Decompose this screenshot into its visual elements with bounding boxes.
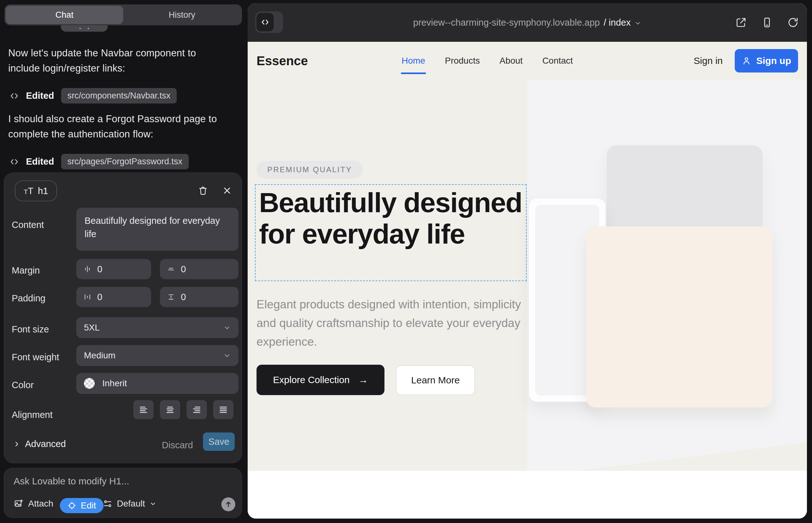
edited-file-row[interactable]: Edited src/pages/ForgotPassword.tsx <box>10 154 189 169</box>
code-icon <box>10 157 19 166</box>
chevron-right-icon <box>13 440 21 448</box>
element-editor-panel: TT h1 Content Beautifully designed for e… <box>4 173 242 463</box>
element-tag-label: h1 <box>38 186 48 196</box>
hero-headline[interactable]: Beautifully designed for everyday life <box>259 187 524 250</box>
edited-file-row[interactable]: Edited src/components/Navbar.tsx <box>10 88 177 104</box>
alignment-label: Alignment <box>12 410 53 420</box>
edited-label: Edited <box>26 91 54 101</box>
target-icon <box>68 501 76 510</box>
url-bar[interactable]: preview--charming-site-symphony.lovable.… <box>248 3 807 42</box>
close-icon <box>222 185 232 196</box>
tab-history[interactable]: History <box>123 6 241 24</box>
color-swatch <box>84 378 95 389</box>
padding-vertical-icon <box>167 293 175 301</box>
margin-x-field[interactable] <box>76 259 151 279</box>
content-textarea[interactable]: Beautifully designed for everyday life <box>76 208 239 251</box>
chevron-down-icon <box>149 500 156 507</box>
align-left-button[interactable] <box>133 400 154 419</box>
site-next-section <box>248 471 807 519</box>
user-icon <box>742 56 751 66</box>
margin-label: Margin <box>12 265 40 276</box>
padding-horizontal-icon <box>83 293 91 301</box>
align-justify-icon <box>218 405 228 414</box>
padding-x-field[interactable] <box>76 287 151 307</box>
font-weight-value: Medium <box>84 350 116 361</box>
font-weight-label: Font weight <box>12 352 59 362</box>
decor-card-cream <box>586 227 772 408</box>
site-hero-section: Essence Home Products About Contact Sign… <box>248 42 807 474</box>
sliders-icon <box>103 499 112 508</box>
nav-link-products[interactable]: Products <box>445 56 480 66</box>
color-label: Color <box>12 380 34 390</box>
trash-icon <box>198 185 208 196</box>
advanced-label: Advanced <box>25 439 66 449</box>
explore-collection-label: Explore Collection <box>273 375 350 385</box>
color-value: Inherit <box>102 378 127 389</box>
site-brand[interactable]: Essence <box>257 54 308 68</box>
refresh-icon <box>787 17 799 28</box>
discard-button[interactable]: Discard <box>162 440 193 451</box>
align-center-button[interactable] <box>160 400 180 419</box>
edit-label: Edit <box>81 501 96 511</box>
refresh-button[interactable] <box>787 16 799 29</box>
site-nav-links: Home Products About Contact <box>402 56 573 66</box>
send-button[interactable] <box>222 497 235 511</box>
edit-mode-button[interactable]: Edit <box>60 498 104 513</box>
sign-up-button[interactable]: Sign up <box>735 49 798 72</box>
explore-collection-button[interactable]: Explore Collection → <box>257 365 385 395</box>
sign-up-label: Sign up <box>756 55 791 66</box>
font-size-value: 5XL <box>84 323 100 333</box>
nav-link-contact[interactable]: Contact <box>542 56 573 66</box>
font-size-label: Font size <box>12 324 49 335</box>
margin-y-input[interactable] <box>181 264 219 274</box>
align-right-button[interactable] <box>187 400 207 419</box>
url-domain: preview--charming-site-symphony.lovable.… <box>413 17 600 28</box>
color-select[interactable]: Inherit <box>76 373 239 394</box>
prompt-input[interactable] <box>14 476 223 487</box>
close-editor-button[interactable] <box>220 184 234 198</box>
default-mode-button[interactable]: Default <box>103 499 156 509</box>
file-chip[interactable]: src/pages/ForgotPassword.tsx <box>61 154 189 169</box>
code-icon <box>10 91 19 101</box>
mobile-icon <box>761 17 773 28</box>
align-justify-button[interactable] <box>213 400 233 419</box>
chat-history-tabbar: Chat History <box>4 4 242 25</box>
preview-pane: preview--charming-site-symphony.lovable.… <box>248 3 807 519</box>
arrow-right-icon: → <box>358 375 368 385</box>
open-in-new-tab-button[interactable] <box>735 16 747 29</box>
arrow-up-icon <box>224 500 232 508</box>
attach-button[interactable]: Attach <box>14 499 53 509</box>
sign-in-link[interactable]: Sign in <box>693 55 723 66</box>
learn-more-button[interactable]: Learn More <box>396 365 475 395</box>
prompt-composer: Attach Edit Default <box>4 468 242 518</box>
code-icon <box>257 13 273 31</box>
margin-x-input[interactable] <box>97 264 135 274</box>
margin-y-field[interactable] <box>160 259 239 279</box>
code-view-toggle[interactable] <box>255 12 283 33</box>
external-link-icon <box>735 17 747 28</box>
hero-paragraph[interactable]: Elegant products designed with intention… <box>257 295 535 351</box>
save-button[interactable]: Save <box>203 432 235 451</box>
padding-y-input[interactable] <box>181 292 219 302</box>
clipped-message-chip <box>61 25 108 32</box>
font-weight-select[interactable]: Medium <box>76 345 239 366</box>
content-label: Content <box>12 220 44 230</box>
padding-y-field[interactable] <box>160 287 239 307</box>
nav-link-about[interactable]: About <box>499 56 523 66</box>
delete-element-button[interactable] <box>196 184 210 198</box>
align-left-icon <box>139 405 148 414</box>
chat-message: I should also create a Forgot Password p… <box>8 111 228 142</box>
typography-icon: TT <box>24 186 34 196</box>
chat-message: Now let's update the Navbar component to… <box>8 46 228 76</box>
default-label: Default <box>117 499 145 509</box>
margin-horizontal-icon <box>83 265 91 273</box>
mobile-view-button[interactable] <box>761 16 773 29</box>
font-size-select[interactable]: 5XL <box>76 317 239 338</box>
chevron-down-icon <box>223 324 231 331</box>
chevron-down-icon <box>223 352 231 359</box>
nav-link-home[interactable]: Home <box>402 56 425 66</box>
file-chip[interactable]: src/components/Navbar.tsx <box>61 88 177 104</box>
tab-chat[interactable]: Chat <box>6 6 123 24</box>
padding-x-input[interactable] <box>97 292 135 302</box>
advanced-toggle[interactable]: Advanced <box>13 439 66 449</box>
